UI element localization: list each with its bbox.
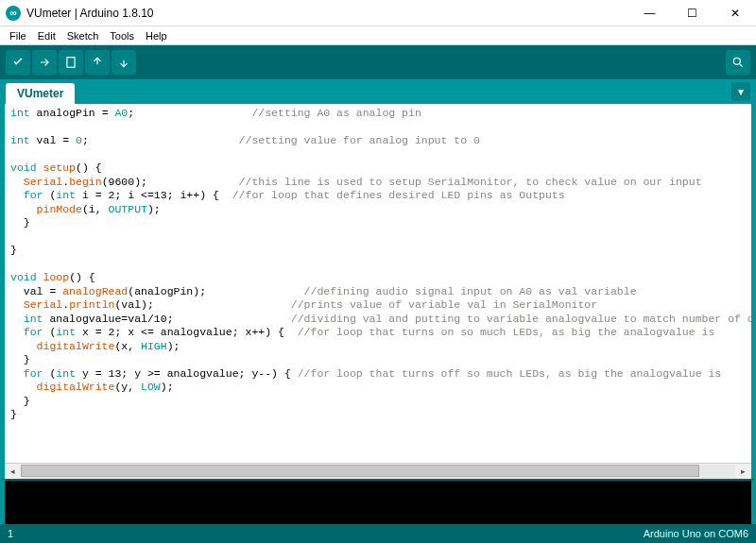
tab-menu-button[interactable]: ▾: [731, 82, 750, 101]
scroll-left-icon[interactable]: ◂: [5, 465, 21, 479]
scroll-right-icon[interactable]: ▸: [735, 465, 751, 479]
new-button[interactable]: [59, 50, 83, 75]
menubar: File Edit Sketch Tools Help: [0, 26, 756, 45]
maximize-button[interactable]: ☐: [671, 0, 713, 26]
status-line-number: 1: [8, 528, 13, 539]
open-button[interactable]: [85, 50, 110, 75]
window-controls: — ☐ ✕: [628, 0, 756, 26]
svg-rect-0: [67, 58, 75, 68]
statusbar: 1 Arduino Uno on COM6: [0, 524, 756, 543]
status-board-port: Arduino Uno on COM6: [644, 528, 748, 539]
menu-help[interactable]: Help: [140, 28, 173, 43]
svg-point-1: [733, 58, 740, 64]
save-button[interactable]: [112, 50, 136, 75]
horizontal-scrollbar[interactable]: ◂ ▸: [5, 463, 751, 479]
scroll-track[interactable]: [21, 465, 735, 479]
titlebar: ∞ VUmeter | Arduino 1.8.10 — ☐ ✕: [0, 0, 756, 26]
serial-monitor-button[interactable]: [726, 50, 750, 75]
toolbar: [0, 45, 756, 79]
menu-sketch[interactable]: Sketch: [61, 28, 105, 43]
app-icon: ∞: [6, 6, 21, 21]
code-editor[interactable]: int analogPin = A0; //setting A0 as anal…: [5, 104, 751, 463]
code-content: int analogPin = A0; //setting A0 as anal…: [10, 107, 746, 422]
menu-file[interactable]: File: [4, 28, 32, 43]
minimize-button[interactable]: —: [628, 0, 671, 26]
editor-area: int analogPin = A0; //setting A0 as anal…: [0, 104, 756, 479]
window-title: VUmeter | Arduino 1.8.10: [26, 7, 628, 20]
close-button[interactable]: ✕: [713, 0, 756, 26]
tab-strip: VUmeter ▾: [0, 79, 756, 104]
upload-button[interactable]: [32, 50, 57, 75]
menu-tools[interactable]: Tools: [104, 28, 140, 43]
menu-edit[interactable]: Edit: [32, 28, 61, 43]
verify-button[interactable]: [6, 50, 30, 75]
tab-active[interactable]: VUmeter: [6, 83, 75, 104]
scroll-thumb[interactable]: [21, 465, 699, 477]
console-output: [0, 479, 756, 524]
